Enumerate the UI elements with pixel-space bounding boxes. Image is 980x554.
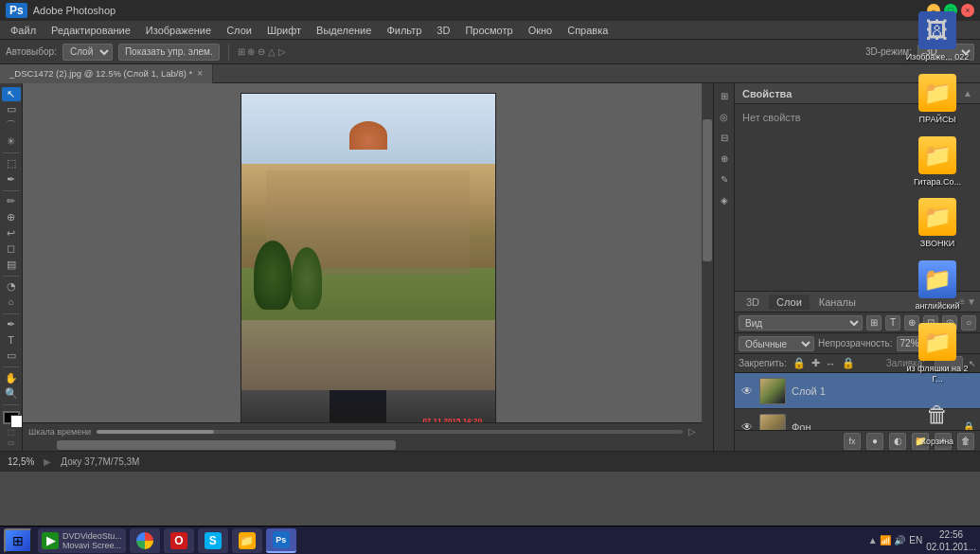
layer-fx-btn[interactable]: fx: [844, 433, 861, 450]
lock-icon-2[interactable]: ✚: [811, 357, 820, 369]
layers-icon-btn[interactable]: ⊟: [716, 129, 733, 146]
desktop-icon-prices[interactable]: 📁 ПРАЙСЫ: [899, 70, 976, 129]
menu-3d[interactable]: 3D: [430, 23, 456, 38]
desktop-icon-english[interactable]: 📁 английский: [899, 257, 976, 315]
taskbar-dvdstudio[interactable]: ▶ DVDVideoStu... Movavi Scree...: [38, 528, 126, 553]
channels-icon-btn[interactable]: ◎: [716, 108, 733, 125]
title-left: Ps Adobe Photoshop: [6, 3, 116, 18]
wand-tool[interactable]: ✳: [2, 134, 21, 149]
move-tool[interactable]: ↖: [2, 87, 21, 101]
blur-tool[interactable]: ◔: [2, 279, 21, 294]
desktop-icon-sounds[interactable]: 📁 ЗВОНКИ: [899, 194, 976, 253]
tab-channels[interactable]: Каналы: [811, 295, 864, 310]
dvd-label-2: Movavi Scree...: [62, 541, 122, 550]
menu-select[interactable]: Выделение: [310, 23, 378, 38]
opt-icons: ⊞ ⊕ ⊖ △ ▷: [238, 46, 286, 57]
lasso-tool[interactable]: ⌒: [2, 118, 21, 133]
start-button[interactable]: ⊞: [4, 528, 32, 553]
zoom-tool[interactable]: 🔍: [2, 386, 21, 401]
english-icon: 📁: [918, 260, 956, 298]
menu-filter[interactable]: Фильтр: [380, 23, 428, 38]
menu-help[interactable]: Справка: [561, 23, 615, 38]
crop-tool[interactable]: ⬚: [2, 157, 21, 171]
menu-edit[interactable]: Редактирование: [45, 23, 137, 38]
taskbar-time: 22:56 02.01.201...: [926, 528, 976, 553]
screen-mode[interactable]: ▭: [8, 438, 15, 447]
taskbar-photoshop[interactable]: Ps: [266, 528, 296, 553]
layer-filter-select[interactable]: Вид: [739, 315, 863, 331]
lock-icon-3[interactable]: ↔: [826, 358, 836, 369]
taskbar-skype[interactable]: S: [198, 528, 228, 553]
autovyb-label: Автовыбор:: [6, 46, 57, 57]
vertical-scrollbar[interactable]: [702, 83, 713, 439]
hand-tool[interactable]: ✋: [2, 371, 21, 385]
fg-color[interactable]: [3, 411, 20, 424]
flash-label: из фляшки на 2 Г...: [902, 364, 972, 384]
brush-icon-btn[interactable]: ✎: [716, 170, 733, 188]
right-icon-strip: ⊞ ◎ ⊟ ⊕ ✎ ◈: [713, 83, 734, 451]
menu-window[interactable]: Окно: [522, 23, 560, 38]
menu-layers[interactable]: Слои: [220, 23, 258, 38]
properties-icon-btn[interactable]: ⊞: [716, 87, 733, 104]
show-controls-btn[interactable]: Показать упр. элем.: [118, 44, 220, 61]
desktop-icon-image022[interactable]: 🖼 Изображе... 022: [899, 8, 976, 66]
timeline-end: ▷: [688, 426, 696, 437]
taskbar-opera[interactable]: O: [164, 528, 194, 553]
layer-mask-btn[interactable]: ●: [866, 433, 883, 450]
menu-image[interactable]: Изображение: [139, 23, 218, 38]
layer-1-thumbnail: [759, 378, 786, 404]
shape-tool[interactable]: ▭: [2, 348, 21, 363]
type-tool[interactable]: T: [2, 333, 21, 348]
pen-tool[interactable]: ✒: [2, 317, 21, 331]
clone-tool[interactable]: ⊕: [2, 210, 21, 224]
prices-icon: 📁: [918, 74, 956, 112]
tool-sep-6: [3, 404, 20, 405]
desktop-icon-flash[interactable]: 📁 из фляшки на 2 Г...: [899, 319, 976, 388]
brush-tool[interactable]: ✏: [2, 195, 21, 209]
options-bar: Автовыбор: Слой Показать упр. элем. ⊞ ⊕ …: [0, 40, 980, 64]
taskbar-folder[interactable]: 📁: [232, 528, 262, 553]
menu-file[interactable]: Файл: [4, 23, 43, 38]
lock-icon-4[interactable]: 🔒: [842, 357, 855, 369]
menu-view[interactable]: Просмотр: [458, 23, 519, 38]
marquee-tool[interactable]: ▭: [2, 103, 21, 117]
eraser-tool[interactable]: ◻: [2, 241, 21, 256]
menu-type[interactable]: Шрифт: [260, 23, 308, 38]
style-icon-btn[interactable]: ◈: [716, 191, 733, 208]
menu-bar: Файл Редактирование Изображение Слои Шри…: [0, 21, 980, 40]
tab-3d[interactable]: 3D: [739, 295, 767, 310]
doc-tab[interactable]: _DSC1472 (2).jpg @ 12.5% (Слой 1, Lab/8)…: [0, 64, 213, 83]
tab-layers[interactable]: Слои: [769, 295, 810, 310]
image022-label: Изображе... 022: [906, 52, 970, 63]
doc-tab-close[interactable]: ×: [197, 68, 203, 79]
opera-icon: O: [170, 532, 187, 549]
desktop-icon-guitar[interactable]: 📁 Гитара.Со...: [899, 133, 976, 191]
autovyb-select[interactable]: Слой: [62, 44, 113, 61]
status-arrow[interactable]: ▶: [44, 456, 51, 467]
gradient-tool[interactable]: ▤: [2, 258, 21, 272]
recycle-label: Корзина: [921, 437, 953, 447]
canvas-area[interactable]: 07.11.2015 14:20 Шкала времени ▷: [23, 83, 713, 451]
recycle-icon: 🗑: [918, 396, 956, 434]
taskbar-chrome[interactable]: .: [130, 528, 160, 553]
layer-1-visibility[interactable]: 👁: [740, 384, 754, 398]
vertical-scroll-thumb[interactable]: [703, 119, 712, 261]
dodge-tool[interactable]: ○: [2, 295, 21, 310]
layer-bg-visibility[interactable]: 👁: [740, 420, 754, 431]
opt-divider: [228, 44, 229, 61]
english-label: английский: [916, 301, 960, 312]
folder-icon: 📁: [239, 532, 256, 549]
properties-title: Свойства: [742, 88, 792, 99]
timeline-track[interactable]: [97, 430, 683, 434]
blend-mode-select[interactable]: Обычные: [739, 336, 814, 351]
horizontal-scroll-thumb[interactable]: [57, 440, 397, 450]
layer-icon-1[interactable]: ⊞: [866, 315, 882, 331]
lock-icon-1[interactable]: 🔒: [793, 357, 806, 369]
canvas-image: 07.11.2015 14:20: [241, 93, 496, 443]
history-tool[interactable]: ↩: [2, 226, 21, 241]
horizontal-scrollbar[interactable]: [23, 439, 702, 451]
timeline-bar: Шкала времени ▷: [23, 422, 702, 439]
adjust-icon-btn[interactable]: ⊕: [716, 150, 733, 167]
desktop-icon-recycle[interactable]: 🗑 Корзина: [899, 392, 976, 451]
eyedropper-tool[interactable]: ✒: [2, 172, 21, 187]
